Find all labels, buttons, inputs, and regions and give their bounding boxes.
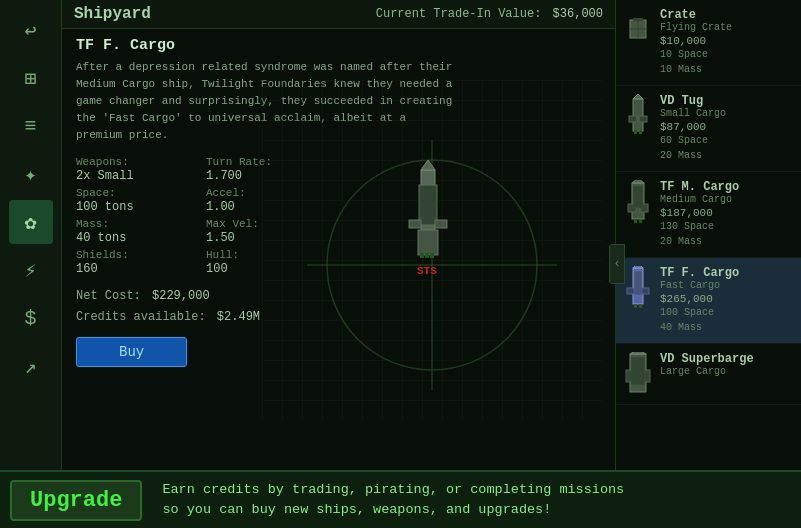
ship-item-name: VD Tug — [660, 94, 726, 108]
stat-mass: Mass: 40 tons — [76, 216, 206, 247]
ship-item-type: Fast Cargo — [660, 280, 739, 291]
ship-item-name: VD Superbarge — [660, 352, 754, 366]
ship-item-type: Small Cargo — [660, 108, 726, 119]
ship-thumbnail — [624, 180, 652, 224]
svg-rect-27 — [633, 186, 643, 208]
tip-line2: so you can buy new ships, weapons, and u… — [162, 500, 624, 520]
ship-item-name: TF F. Cargo — [660, 266, 739, 280]
svg-marker-40 — [630, 352, 646, 354]
stat-space: Space: 100 tons — [76, 185, 206, 216]
svg-rect-5 — [418, 230, 438, 255]
bottom-tip: Earn credits by trading, pirating, or co… — [162, 480, 624, 521]
ship-item-price: $265,000 — [660, 293, 739, 305]
ship-thumbnail — [624, 8, 652, 52]
ship-diagram: STS — [262, 80, 602, 420]
trade-icon[interactable]: ⚡ — [9, 248, 53, 292]
ship-item-info: TF F. CargoFast Cargo$265,000100 Space 4… — [660, 266, 739, 335]
tools-icon[interactable]: ✦ — [9, 152, 53, 196]
money-icon[interactable]: $ — [9, 296, 53, 340]
upgrade-button[interactable]: Upgrade — [10, 480, 142, 521]
svg-rect-41 — [631, 357, 645, 385]
ship-item-type: Flying Crate — [660, 22, 732, 33]
svg-marker-33 — [633, 266, 643, 268]
ship-item-name: TF M. Cargo — [660, 180, 739, 194]
cargo-icon[interactable]: ≡ — [9, 104, 53, 148]
ship-thumbnail — [624, 266, 652, 310]
svg-rect-21 — [634, 130, 637, 134]
ship-thumbnail — [624, 94, 652, 138]
svg-rect-8 — [435, 220, 447, 228]
svg-rect-12 — [430, 253, 434, 258]
tip-line1: Earn credits by trading, pirating, or co… — [162, 480, 624, 500]
buy-button[interactable]: Buy — [76, 337, 187, 367]
map-icon[interactable]: ⊞ — [9, 56, 53, 100]
page-title: Shipyard — [74, 5, 151, 23]
svg-rect-22 — [639, 130, 642, 134]
ship-list-item[interactable]: VD SuperbargeLarge Cargo — [616, 344, 801, 405]
ship-thumbnail — [624, 352, 652, 396]
ship-name: TF F. Cargo — [76, 37, 601, 54]
collapse-panel-button[interactable]: ‹ — [609, 244, 625, 284]
svg-rect-34 — [634, 271, 642, 295]
svg-rect-36 — [639, 304, 642, 308]
bottom-bar: Upgrade Earn credits by trading, piratin… — [0, 470, 801, 528]
trade-in-value: Current Trade-In Value: $36,000 — [376, 7, 603, 21]
stats-icon[interactable]: ↗ — [9, 344, 53, 388]
svg-marker-26 — [632, 180, 644, 183]
ship-item-stats: 130 Space 20 Mass — [660, 219, 739, 249]
svg-rect-18 — [629, 116, 637, 122]
ship-diagram-svg — [262, 80, 602, 420]
ship-list-item[interactable]: TF M. CargoMedium Cargo$187,000130 Space… — [616, 172, 801, 258]
ship-item-stats: 60 Space 20 Mass — [660, 133, 726, 163]
ship-item-info: VD TugSmall Cargo$87,00060 Space 20 Mass — [660, 94, 726, 163]
ship-item-type: Medium Cargo — [660, 194, 739, 205]
svg-rect-10 — [420, 253, 424, 258]
ship-item-info: TF M. CargoMedium Cargo$187,000130 Space… — [660, 180, 739, 249]
ship-list-item[interactable]: CrateFlying Crate$10,00010 Space 10 Mass — [616, 0, 801, 86]
ship-list-item[interactable]: TF F. CargoFast Cargo$265,000100 Space 4… — [616, 258, 801, 344]
ship-item-price: $87,000 — [660, 121, 726, 133]
stat-shields: Shields: 160 — [76, 247, 206, 278]
svg-rect-7 — [409, 220, 421, 228]
svg-rect-17 — [633, 99, 643, 131]
header: Shipyard Current Trade-In Value: $36,000 — [62, 0, 615, 29]
ship-item-price: $10,000 — [660, 35, 732, 47]
svg-rect-6 — [419, 185, 437, 225]
svg-rect-19 — [639, 116, 647, 122]
ship-list-item[interactable]: VD TugSmall Cargo$87,00060 Space 20 Mass — [616, 86, 801, 172]
ship-item-stats: 100 Space 40 Mass — [660, 305, 739, 335]
ship-item-name: Crate — [660, 8, 732, 22]
main-panel: Shipyard Current Trade-In Value: $36,000… — [62, 0, 615, 470]
helm-icon[interactable]: ✿ — [9, 200, 53, 244]
ship-item-type: Large Cargo — [660, 366, 754, 377]
ship-list-panel: CrateFlying Crate$10,00010 Space 10 Mass… — [615, 0, 801, 470]
sts-label: STS — [417, 265, 437, 277]
ship-item-price: $187,000 — [660, 207, 739, 219]
ship-item-info: VD SuperbargeLarge Cargo — [660, 352, 754, 379]
svg-marker-20 — [633, 94, 643, 99]
svg-rect-11 — [425, 253, 429, 258]
ship-item-stats: 10 Space 10 Mass — [660, 47, 732, 77]
sidebar: ↩⊞≡✦✿⚡$↗ — [0, 0, 62, 528]
stat-weapons: Weapons: 2x Small — [76, 154, 206, 185]
svg-rect-35 — [634, 304, 637, 308]
back-icon[interactable]: ↩ — [9, 8, 53, 52]
svg-rect-28 — [634, 219, 637, 223]
svg-rect-29 — [639, 219, 642, 223]
ship-item-info: CrateFlying Crate$10,00010 Space 10 Mass — [660, 8, 732, 77]
